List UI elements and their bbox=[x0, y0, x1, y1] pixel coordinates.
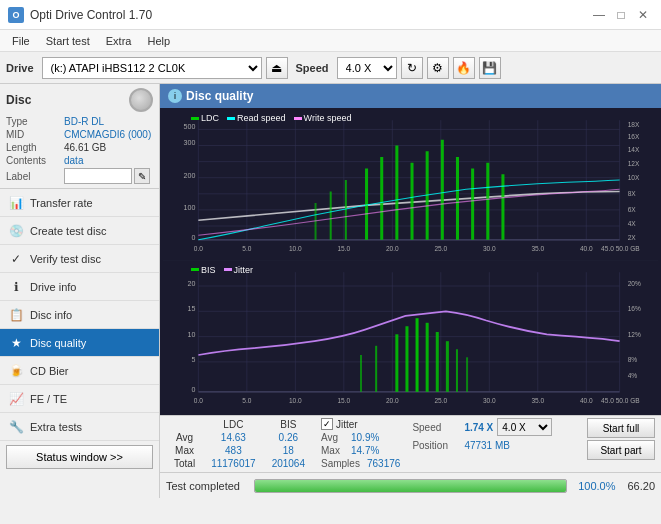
svg-rect-51 bbox=[471, 169, 474, 240]
svg-text:25.0: 25.0 bbox=[434, 396, 447, 403]
sidebar-item-label: FE / TE bbox=[30, 393, 67, 405]
sidebar-item-cd-bier[interactable]: 🍺 CD Bier bbox=[0, 357, 159, 385]
disc-mid-value: CMCMAGDI6 (000) bbox=[64, 129, 151, 140]
svg-text:5: 5 bbox=[191, 354, 195, 364]
action-buttons: Start full Start part bbox=[587, 418, 655, 460]
legend-write-speed: Write speed bbox=[304, 113, 352, 123]
sidebar-item-label: Verify test disc bbox=[30, 253, 101, 265]
menu-file[interactable]: File bbox=[4, 33, 38, 49]
chart-bis: BIS Jitter bbox=[163, 263, 658, 413]
jitter-checkbox[interactable]: ✓ bbox=[321, 418, 333, 430]
svg-text:5.0: 5.0 bbox=[242, 245, 251, 252]
sidebar-item-create-test-disc[interactable]: 💿 Create test disc bbox=[0, 217, 159, 245]
refresh-button[interactable]: ↻ bbox=[401, 57, 423, 79]
sidebar-item-transfer-rate[interactable]: 📊 Transfer rate bbox=[0, 189, 159, 217]
svg-text:8%: 8% bbox=[628, 355, 637, 362]
progress-bar-container: Test completed 100.0% 66.20 bbox=[160, 472, 661, 498]
titlebar: O Opti Drive Control 1.70 — □ ✕ bbox=[0, 0, 661, 30]
svg-text:45.0: 45.0 bbox=[601, 396, 614, 403]
svg-rect-94 bbox=[395, 334, 398, 392]
label-edit-button[interactable]: ✎ bbox=[134, 168, 150, 184]
jitter-avg-label: Avg bbox=[321, 432, 349, 443]
speed-select[interactable]: 4.0 X bbox=[337, 57, 397, 79]
minimize-button[interactable]: — bbox=[589, 5, 609, 25]
stats-row-max: Max 483 18 bbox=[166, 444, 313, 457]
stats-row-total: Total 11176017 201064 bbox=[166, 457, 313, 470]
settings-button[interactable]: ⚙ bbox=[427, 57, 449, 79]
chart2-svg: 0 5 10 15 20 20% 16% 12% 8% 4% 0.0 5.0 1… bbox=[163, 263, 658, 413]
svg-text:20.0: 20.0 bbox=[386, 396, 399, 403]
charts-area: LDC Read speed Write speed bbox=[160, 108, 661, 415]
svg-rect-55 bbox=[330, 192, 332, 240]
svg-text:20: 20 bbox=[187, 278, 195, 288]
start-full-button[interactable]: Start full bbox=[587, 418, 655, 438]
svg-text:2X: 2X bbox=[628, 233, 636, 240]
burn-button[interactable]: 🔥 bbox=[453, 57, 475, 79]
menu-help[interactable]: Help bbox=[139, 33, 178, 49]
disc-type-row: Type BD-R DL bbox=[6, 116, 153, 127]
sidebar-item-fe-te[interactable]: 📈 FE / TE bbox=[0, 385, 159, 413]
svg-text:15.0: 15.0 bbox=[337, 245, 350, 252]
chart-header: i Disc quality bbox=[160, 84, 661, 108]
start-part-button[interactable]: Start part bbox=[587, 440, 655, 460]
svg-rect-47 bbox=[411, 163, 414, 240]
svg-text:20%: 20% bbox=[628, 279, 641, 286]
sidebar-item-drive-info[interactable]: ℹ Drive info bbox=[0, 273, 159, 301]
status-window-button[interactable]: Status window >> bbox=[6, 445, 153, 469]
disc-type-value: BD-R DL bbox=[64, 116, 104, 127]
svg-text:6X: 6X bbox=[628, 206, 636, 213]
sidebar-item-label: Disc quality bbox=[30, 337, 86, 349]
maximize-button[interactable]: □ bbox=[611, 5, 631, 25]
disc-icon bbox=[129, 88, 153, 112]
jitter-max-value: 14.7% bbox=[351, 445, 379, 456]
speed-mini-select[interactable]: 4.0 X bbox=[497, 418, 552, 436]
drive-select[interactable]: (k:) ATAPI iHBS112 2 CL0K bbox=[42, 57, 262, 79]
svg-text:15: 15 bbox=[187, 303, 195, 313]
svg-rect-102 bbox=[456, 349, 458, 392]
svg-text:0: 0 bbox=[191, 232, 195, 242]
menu-start-test[interactable]: Start test bbox=[38, 33, 98, 49]
sidebar-item-verify-test-disc[interactable]: ✓ Verify test disc bbox=[0, 245, 159, 273]
eject-button[interactable]: ⏏ bbox=[266, 57, 288, 79]
disc-length-row: Length 46.61 GB bbox=[6, 142, 153, 153]
svg-text:40.0: 40.0 bbox=[580, 245, 593, 252]
position-label: Position bbox=[412, 440, 460, 451]
svg-text:10.0: 10.0 bbox=[289, 245, 302, 252]
svg-text:100: 100 bbox=[184, 202, 196, 212]
svg-text:12%: 12% bbox=[628, 330, 641, 337]
svg-text:20.0: 20.0 bbox=[386, 245, 399, 252]
svg-text:50.0 GB: 50.0 GB bbox=[616, 245, 640, 252]
menu-extra[interactable]: Extra bbox=[98, 33, 140, 49]
drive-label: Drive bbox=[6, 62, 34, 74]
svg-rect-52 bbox=[486, 163, 489, 240]
transfer-rate-icon: 📊 bbox=[8, 195, 24, 211]
close-button[interactable]: ✕ bbox=[633, 5, 653, 25]
svg-rect-99 bbox=[446, 341, 449, 392]
col-header-bis: BIS bbox=[264, 418, 313, 431]
sidebar-item-extra-tests[interactable]: 🔧 Extra tests bbox=[0, 413, 159, 441]
stats-table: LDC BIS Avg 14.63 0.26 Max 483 18 bbox=[166, 418, 313, 470]
svg-rect-49 bbox=[441, 140, 444, 240]
svg-rect-95 bbox=[405, 326, 408, 392]
save-button[interactable]: 💾 bbox=[479, 57, 501, 79]
svg-rect-54 bbox=[345, 180, 347, 240]
jitter-max-label: Max bbox=[321, 445, 349, 456]
svg-text:40.0: 40.0 bbox=[580, 396, 593, 403]
disc-label-input[interactable] bbox=[64, 168, 132, 184]
svg-text:50.0 GB: 50.0 GB bbox=[616, 396, 640, 403]
label-field-label: Label bbox=[6, 171, 64, 182]
legend-bis: BIS bbox=[201, 265, 216, 275]
stats-avg-bis: 0.26 bbox=[264, 431, 313, 444]
app-icon: O bbox=[8, 7, 24, 23]
svg-text:45.0: 45.0 bbox=[601, 245, 614, 252]
svg-text:500: 500 bbox=[184, 122, 196, 132]
sidebar-item-disc-info[interactable]: 📋 Disc info bbox=[0, 301, 159, 329]
stats-avg-ldc: 14.63 bbox=[203, 431, 264, 444]
progress-track bbox=[254, 479, 567, 493]
sidebar-item-disc-quality[interactable]: ★ Disc quality bbox=[0, 329, 159, 357]
svg-text:12X: 12X bbox=[628, 160, 640, 167]
legend-read-speed: Read speed bbox=[237, 113, 286, 123]
svg-rect-45 bbox=[380, 157, 383, 240]
sidebar-item-label: Create test disc bbox=[30, 225, 106, 237]
sidebar-item-label: Drive info bbox=[30, 281, 76, 293]
